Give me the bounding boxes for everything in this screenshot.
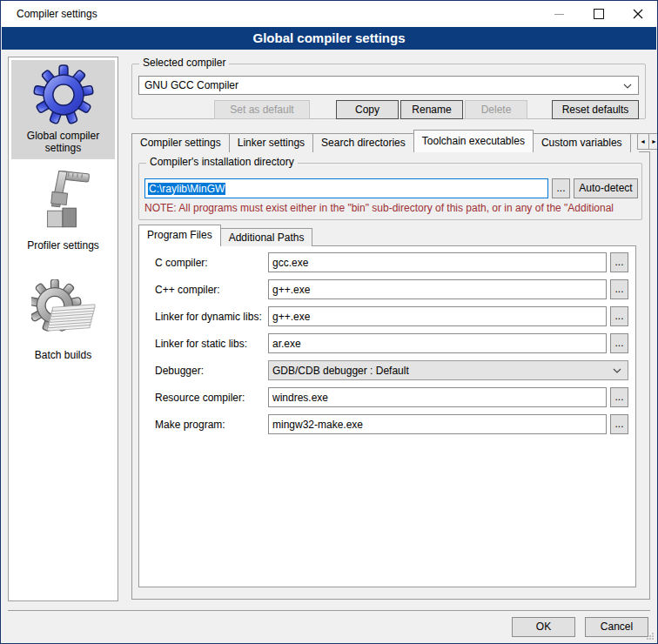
field-row-make-program: Make program: mingw32-make.exe ... (155, 414, 628, 434)
browse-make-program-button[interactable]: ... (610, 414, 628, 434)
field-row-c-compiler: C compiler: gcc.exe ... (155, 252, 628, 272)
resize-grip[interactable] (646, 632, 655, 641)
field-value: g++.exe (272, 284, 310, 296)
page-title: Global compiler settings (2, 27, 656, 50)
cancel-button[interactable]: Cancel (585, 617, 648, 637)
caliper-icon (35, 168, 92, 236)
debugger-select[interactable]: GDB/CDB debugger : Default (268, 360, 628, 380)
field-row-resource-compiler: Resource compiler: windres.exe ... (155, 387, 628, 407)
dynamic-linker-input[interactable]: g++.exe (268, 306, 607, 326)
tab-compiler-settings[interactable]: Compiler settings (131, 133, 230, 152)
selected-compiler-group: Selected compiler GNU GCC Compiler Set a… (131, 64, 646, 119)
cpp-compiler-input[interactable]: g++.exe (268, 279, 607, 299)
chevron-down-icon (623, 84, 632, 89)
delete-button[interactable]: Delete (465, 100, 527, 119)
field-label: C compiler: (155, 257, 268, 269)
field-value: g++.exe (272, 311, 310, 323)
field-label: Make program: (155, 419, 268, 431)
maximize-icon (594, 9, 604, 19)
copy-button[interactable]: Copy (336, 100, 399, 119)
minimize-button[interactable] (540, 1, 579, 27)
compiler-button-row: Set as default Copy Rename Delete Reset … (214, 100, 639, 119)
installation-path-row: C:\raylib\MinGW ... Auto-detect (144, 178, 638, 198)
field-value: ar.exe (272, 338, 301, 350)
resource-compiler-input[interactable]: windres.exe (268, 387, 607, 407)
browse-c-compiler-button[interactable]: ... (610, 252, 628, 272)
tab-search-directories[interactable]: Search directories (312, 133, 414, 152)
sidebar-item-label: Profiler settings (27, 239, 99, 252)
compiler-select-value: GNU GCC Compiler (144, 79, 238, 91)
browse-cpp-compiler-button[interactable]: ... (610, 279, 628, 299)
field-row-dynamic-linker: Linker for dynamic libs: g++.exe ... (155, 306, 628, 326)
installation-path-selected-text: C:\raylib\MinGW (148, 183, 225, 195)
tab-program-files[interactable]: Program Files (138, 225, 221, 246)
field-row-static-linker: Linker for static libs: ar.exe ... (155, 333, 628, 353)
field-label: Linker for static libs: (155, 338, 268, 350)
ok-button[interactable]: OK (512, 617, 575, 637)
static-linker-input[interactable]: ar.exe (268, 333, 607, 353)
group-legend: Compiler's installation directory (146, 156, 298, 168)
maximize-button[interactable] (579, 1, 618, 27)
field-row-debugger: Debugger: GDB/CDB debugger : Default (155, 360, 628, 380)
auto-detect-button[interactable]: Auto-detect (574, 178, 638, 198)
chevron-down-icon (613, 368, 621, 373)
tab-scroll-left-button[interactable]: ◄ (637, 133, 649, 150)
installation-directory-group: Compiler's installation directory C:\ray… (138, 163, 642, 220)
group-legend: Selected compiler (139, 57, 229, 69)
browse-static-linker-button[interactable]: ... (610, 333, 628, 353)
close-button[interactable] (618, 1, 657, 27)
compiler-select[interactable]: GNU GCC Compiler (138, 76, 639, 95)
rename-button[interactable]: Rename (400, 100, 463, 119)
browse-dynamic-linker-button[interactable]: ... (610, 306, 628, 326)
field-label: Debugger: (155, 365, 268, 377)
minimize-icon (554, 14, 564, 15)
field-value: gcc.exe (272, 257, 308, 269)
footer-divider (8, 610, 650, 611)
installation-note-text: NOTE: All programs must exist either in … (144, 202, 640, 214)
field-value: mingw32-make.exe (272, 419, 363, 431)
reset-defaults-button[interactable]: Reset defaults (552, 100, 639, 119)
field-row-cpp-compiler: C++ compiler: g++.exe ... (155, 279, 628, 299)
toolchain-executables-page: Compiler's installation directory C:\ray… (131, 151, 650, 600)
tab-scroll-buttons: ◄ ► (638, 133, 658, 150)
field-label: C++ compiler: (155, 284, 268, 296)
sidebar-item-profiler-settings[interactable]: Profiler settings (9, 164, 118, 257)
field-label: Linker for dynamic libs: (155, 311, 268, 323)
sidebar-item-global-compiler-settings[interactable]: Global compiler settings (11, 60, 115, 159)
installation-path-input[interactable]: C:\raylib\MinGW (144, 178, 548, 198)
gear-icon (33, 64, 94, 126)
program-files-panel: C compiler: gcc.exe ... C++ compiler: g+… (138, 245, 636, 587)
tab-scroll-right-button[interactable]: ► (648, 133, 658, 150)
tab-additional-paths[interactable]: Additional Paths (220, 228, 313, 246)
title-bar[interactable]: Compiler settings (1, 1, 657, 27)
make-program-input[interactable]: mingw32-make.exe (268, 414, 607, 434)
sidebar-item-label: Batch builds (35, 349, 91, 361)
window-title: Compiler settings (17, 1, 97, 27)
set-as-default-button[interactable]: Set as default (214, 100, 310, 119)
browse-directory-button[interactable]: ... (552, 178, 570, 198)
gear-stack-icon (31, 279, 96, 345)
settings-tab-strip: Compiler settings Linker settings Search… (131, 131, 650, 152)
debugger-select-value: GDB/CDB debugger : Default (272, 365, 409, 377)
sidebar-item-label: Global compiler settings (13, 130, 113, 154)
sidebar-item-batch-builds[interactable]: Batch builds (9, 276, 118, 366)
compiler-settings-dialog: Compiler settings Global compiler settin… (0, 0, 658, 644)
programs-tab-strip: Program Files Additional Paths (138, 225, 312, 246)
field-value: windres.exe (272, 392, 328, 404)
tab-linker-settings[interactable]: Linker settings (229, 133, 313, 152)
c-compiler-input[interactable]: gcc.exe (268, 252, 607, 272)
close-icon (633, 9, 643, 19)
browse-resource-compiler-button[interactable]: ... (610, 387, 628, 407)
field-label: Resource compiler: (155, 392, 268, 404)
tab-toolchain-executables[interactable]: Toolchain executables (413, 130, 534, 152)
settings-category-list: Global compiler settings (8, 57, 118, 601)
tab-custom-variables[interactable]: Custom variables (533, 133, 631, 152)
